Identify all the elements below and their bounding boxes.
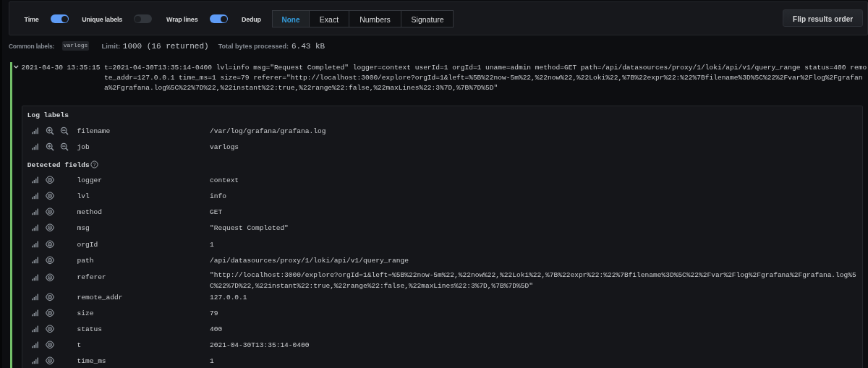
svg-text:?: ?: [93, 162, 96, 167]
